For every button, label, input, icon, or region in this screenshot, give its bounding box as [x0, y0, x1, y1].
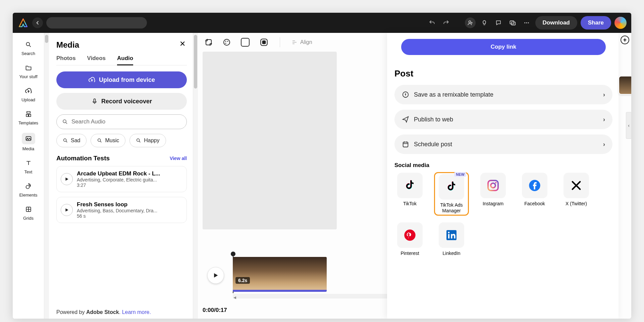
download-button[interactable]: Download — [535, 16, 577, 30]
nav-templates[interactable]: Templates — [14, 107, 43, 128]
timeline-play-button[interactable] — [207, 267, 224, 284]
more-icon[interactable] — [521, 17, 532, 28]
new-badge: NEW — [454, 172, 466, 177]
powered-by: Powered by Adobe Stock. Learn more. — [56, 309, 187, 315]
shape-fill-icon[interactable] — [260, 38, 268, 47]
left-nav: Search Your stuff Upload Templates Media… — [13, 33, 44, 319]
color-icon[interactable] — [223, 38, 231, 46]
svg-point-33 — [448, 231, 450, 233]
play-icon[interactable] — [61, 173, 73, 185]
linkedin-icon — [445, 228, 458, 242]
cloud-upload-icon — [88, 76, 96, 84]
back-button[interactable] — [32, 17, 43, 28]
track-title: Fresh Senses loop — [77, 201, 157, 208]
svg-point-19 — [227, 41, 228, 42]
redo-icon[interactable] — [441, 17, 451, 28]
panel-scrollbar-left[interactable] — [44, 33, 49, 319]
canvas-frame[interactable] — [203, 52, 337, 229]
chip-sad[interactable]: Sad — [56, 134, 87, 147]
chip-happy[interactable]: Happy — [129, 134, 166, 147]
media-panel: Media ✕ Photos Videos Audio Upload from … — [49, 33, 193, 319]
collapse-right-rail[interactable]: ‹ — [626, 112, 631, 139]
upload-from-device-button[interactable]: Upload from device — [56, 71, 187, 88]
tab-videos[interactable]: Videos — [87, 54, 106, 65]
svg-point-20 — [225, 43, 226, 44]
close-icon[interactable]: ✕ — [178, 40, 187, 48]
option-remixable-template[interactable]: Save as a remixable template› — [394, 85, 612, 104]
copy-link-button[interactable]: Copy link — [401, 39, 606, 55]
svg-rect-2 — [511, 22, 515, 25]
svg-point-27 — [491, 183, 495, 188]
undo-icon[interactable] — [427, 17, 437, 28]
svg-rect-1 — [510, 21, 514, 24]
shape-outline-icon[interactable] — [241, 38, 250, 47]
social-tiktok-ads[interactable]: NEW TikTok Ads Manager — [435, 173, 468, 215]
remix-icon — [402, 91, 409, 98]
track-tags: Advertising, Bass, Documentary, Dra... — [77, 208, 157, 213]
svg-point-12 — [63, 120, 66, 123]
search-icon — [62, 119, 68, 125]
social-x[interactable]: X (Twitter) — [559, 173, 593, 215]
templates-icon — [24, 110, 33, 118]
nav-elements[interactable]: Elements — [14, 179, 43, 200]
social-tiktok[interactable]: TikTok — [393, 173, 427, 215]
nav-search[interactable]: Search — [14, 38, 43, 59]
play-icon[interactable] — [61, 204, 73, 216]
nav-yourstuff[interactable]: Your stuff — [14, 61, 43, 82]
learn-more-link[interactable]: Learn more. — [122, 309, 151, 315]
svg-point-17 — [224, 39, 230, 45]
post-heading: Post — [394, 68, 614, 79]
nav-grids[interactable]: Grids — [14, 202, 43, 223]
search-audio-input[interactable]: Search Audio — [56, 114, 187, 129]
comment-icon[interactable] — [493, 17, 504, 28]
svg-point-5 — [528, 22, 529, 23]
clip-duration-badge: 6.2s — [235, 277, 250, 284]
instagram-icon — [486, 179, 500, 192]
tab-photos[interactable]: Photos — [56, 54, 76, 65]
align-icon[interactable]: Align — [291, 39, 312, 45]
text-icon — [24, 159, 33, 167]
audio-track-1[interactable]: Arcade Upbeat EDM Rock - L... Advertisin… — [56, 166, 187, 192]
chevron-right-icon: › — [603, 91, 605, 98]
view-all-link[interactable]: View all — [170, 156, 187, 161]
svg-point-15 — [137, 139, 140, 142]
timecode: 0:00/0:17 — [203, 307, 227, 314]
record-voiceover-button[interactable]: Record voiceover — [56, 93, 187, 110]
social-linkedin[interactable]: LinkedIn — [435, 222, 468, 256]
user-avatar[interactable] — [614, 17, 627, 29]
lightbulb-icon[interactable] — [479, 17, 490, 28]
invite-icon[interactable] — [465, 17, 476, 28]
tab-audio[interactable]: Audio — [117, 54, 133, 65]
social-instagram[interactable]: Instagram — [476, 173, 510, 215]
panel-scrollbar-right[interactable] — [193, 33, 198, 319]
svg-point-28 — [495, 182, 496, 183]
page-thumbnail[interactable] — [619, 76, 631, 94]
svg-point-4 — [526, 22, 527, 23]
nav-text[interactable]: Text — [14, 156, 43, 177]
app-logo[interactable] — [17, 17, 29, 29]
global-search-input[interactable] — [46, 17, 147, 29]
add-page-button[interactable]: + — [621, 36, 629, 44]
svg-rect-16 — [206, 40, 211, 45]
nav-media[interactable]: Media — [14, 130, 43, 154]
crop-icon[interactable] — [205, 38, 213, 46]
present-icon[interactable] — [507, 17, 518, 28]
media-icon — [22, 133, 35, 144]
shapes-icon — [24, 182, 33, 191]
svg-point-14 — [98, 139, 101, 142]
social-facebook[interactable]: Facebook — [518, 173, 551, 215]
social-pinterest[interactable]: Pinterest — [393, 222, 427, 256]
top-bar: Download Share — [13, 13, 631, 33]
option-publish-web[interactable]: Publish to web› — [394, 110, 612, 129]
option-schedule-post[interactable]: Schedule post› — [394, 135, 612, 154]
track-tags: Advertising, Corporate, Electric guita..… — [77, 177, 160, 182]
share-button[interactable]: Share — [581, 16, 611, 30]
svg-rect-22 — [262, 41, 266, 44]
video-clip[interactable] — [233, 257, 327, 292]
chevron-right-icon: › — [603, 116, 605, 123]
chip-music[interactable]: Music — [91, 134, 125, 147]
nav-upload[interactable]: Upload — [14, 84, 43, 105]
svg-point-6 — [26, 42, 30, 46]
audio-track-2[interactable]: Fresh Senses loop Advertising, Bass, Doc… — [56, 197, 187, 223]
facebook-icon — [528, 179, 541, 192]
